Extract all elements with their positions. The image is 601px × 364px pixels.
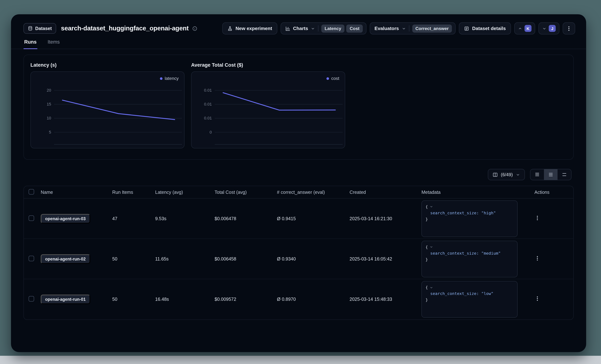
top-bar: Dataset search-dataset_huggingface_opena…: [11, 14, 586, 34]
column-header-correct-answer: # correct_answer (eval): [277, 190, 350, 195]
chevron-down-icon: [401, 26, 406, 31]
legend-dot: [160, 77, 162, 80]
metadata-open-brace: {: [425, 244, 428, 250]
next-run-shortcut-button[interactable]: J: [539, 22, 559, 34]
row-height-expanded-button[interactable]: [558, 169, 571, 180]
row-actions-button[interactable]: [534, 255, 540, 261]
latency-cell: 11.65s: [155, 256, 215, 261]
metadata-json: { search_context_size: "high" }: [421, 200, 518, 237]
metadata-close-brace: }: [425, 297, 513, 303]
cost-chart-block: Average Total Cost ($) 0.010.010.010 cos…: [191, 62, 345, 148]
metadata-value: "high": [481, 211, 496, 215]
metadata-collapse-icon[interactable]: [429, 205, 433, 209]
metadata-value: "low": [481, 291, 493, 296]
chart-legend: latency: [160, 76, 179, 81]
chevron-down-icon: [542, 26, 547, 31]
tab-runs[interactable]: Runs: [23, 39, 37, 49]
row-checkbox[interactable]: [29, 215, 34, 221]
chip-cost[interactable]: Cost: [346, 24, 363, 32]
latency-cell: 9.53s: [155, 216, 215, 221]
chip-correct-answer[interactable]: Correct_answer: [412, 24, 452, 32]
charts-dropdown-label: Charts: [293, 26, 308, 31]
metadata-close-brace: }: [425, 216, 513, 222]
latency-chart-block: Latency (s) 2015105 latency: [30, 62, 184, 148]
run-items-cell: 50: [112, 297, 155, 302]
run-items-cell: 50: [112, 256, 155, 261]
shortcut-key-k: K: [524, 25, 531, 32]
table-controls: (6/49): [26, 169, 571, 180]
column-visibility-button[interactable]: (6/49): [488, 169, 525, 180]
select-all-checkbox[interactable]: [29, 189, 34, 194]
row-height-medium-button[interactable]: [544, 169, 558, 180]
run-name-badge[interactable]: openai-agent-run-01: [41, 295, 90, 304]
app-window: Dataset search-dataset_huggingface_opena…: [11, 14, 586, 352]
row-checkbox[interactable]: [29, 296, 34, 302]
correct-answer-cell: Ø 0.9415: [277, 216, 350, 221]
info-icon[interactable]: [192, 26, 198, 31]
row-checkbox[interactable]: [29, 256, 34, 261]
latency-chart-card: 2015105 latency: [30, 71, 184, 148]
divider: [318, 25, 318, 31]
dataset-badge: Dataset: [23, 23, 56, 34]
column-header-name: Name: [41, 190, 112, 195]
correct-answer-cell: Ø 0.8970: [277, 297, 350, 302]
charts-dropdown-button[interactable]: Charts: [285, 26, 315, 31]
page-title: search-dataset_huggingface_openai-agent: [61, 25, 189, 32]
metadata-collapse-icon[interactable]: [429, 245, 433, 249]
total-cost-cell: $0.006478: [215, 216, 277, 221]
created-cell: 2025-03-14 16:21:30: [350, 216, 421, 221]
svg-text:0.01: 0.01: [204, 116, 212, 120]
column-header-actions: Actions: [524, 190, 573, 195]
evaluators-dropdown-button[interactable]: Evaluators: [374, 26, 406, 31]
metadata-close-brace: }: [425, 256, 513, 262]
metadata-value: "medium": [481, 251, 501, 256]
kebab-icon: [534, 296, 540, 302]
chip-latency[interactable]: Latency: [321, 24, 345, 32]
bar-chart-icon: [285, 26, 290, 31]
row-actions-button[interactable]: [534, 215, 540, 221]
row-height-toggle-group: [530, 169, 571, 180]
charts-group: Charts Latency Cost: [280, 22, 366, 34]
flask-icon: [227, 26, 232, 31]
metadata-open-brace: {: [425, 203, 428, 210]
metadata-json: { search_context_size: "medium" }: [421, 240, 518, 277]
cost-chart-card: 0.010.010.010 cost: [191, 71, 345, 148]
created-cell: 2025-03-14 16:05:42: [350, 256, 421, 261]
row-actions-button[interactable]: [534, 296, 540, 302]
dataset-badge-label: Dataset: [35, 26, 52, 31]
row-height-compact-button[interactable]: [531, 169, 544, 180]
evaluators-group: Evaluators Correct_answer: [370, 22, 456, 34]
table-row[interactable]: openai-agent-run-02 50 11.65s $0.006458 …: [24, 239, 573, 279]
column-header-metadata: Metadata: [421, 190, 524, 195]
chevron-up-icon: [518, 26, 522, 31]
new-experiment-button[interactable]: New experiment: [222, 22, 277, 34]
column-header-total-cost: Total Cost (avg): [215, 190, 277, 195]
rows-compact-icon: [534, 172, 540, 177]
shortcut-key-j: J: [549, 25, 556, 32]
metadata-json: { search_context_size: "low" }: [421, 281, 518, 318]
correct-answer-cell: Ø 0.9340: [277, 256, 350, 261]
overflow-menu-button[interactable]: [563, 22, 575, 34]
svg-text:0.01: 0.01: [204, 88, 212, 93]
legend-dot: [326, 77, 329, 80]
table-row[interactable]: openai-agent-run-01 50 16.48s $0.009572 …: [24, 279, 573, 319]
tab-items[interactable]: Items: [47, 39, 60, 49]
run-name-badge[interactable]: openai-agent-run-02: [41, 254, 90, 264]
run-name-badge[interactable]: openai-agent-run-03: [41, 214, 90, 223]
svg-text:0: 0: [210, 130, 212, 134]
total-cost-cell: $0.009572: [215, 297, 277, 302]
chart-legend: cost: [326, 76, 339, 81]
table-row[interactable]: openai-agent-run-03 47 9.53s $0.006478 Ø…: [24, 199, 573, 239]
metadata-key: search_context_size:: [430, 291, 479, 296]
previous-run-shortcut-button[interactable]: K: [514, 22, 535, 34]
dataset-details-button[interactable]: Dataset details: [459, 22, 511, 34]
column-count-label: (6/49): [501, 172, 513, 177]
chevron-down-icon: [516, 172, 520, 177]
new-experiment-label: New experiment: [235, 26, 272, 31]
legend-label: cost: [331, 76, 339, 81]
chevron-down-icon: [311, 26, 315, 31]
toolbar-actions: New experiment Charts Latency Cost: [222, 22, 575, 34]
metadata-key: search_context_size:: [430, 251, 479, 256]
metadata-collapse-icon[interactable]: [429, 286, 433, 289]
evaluators-dropdown-label: Evaluators: [374, 26, 399, 31]
